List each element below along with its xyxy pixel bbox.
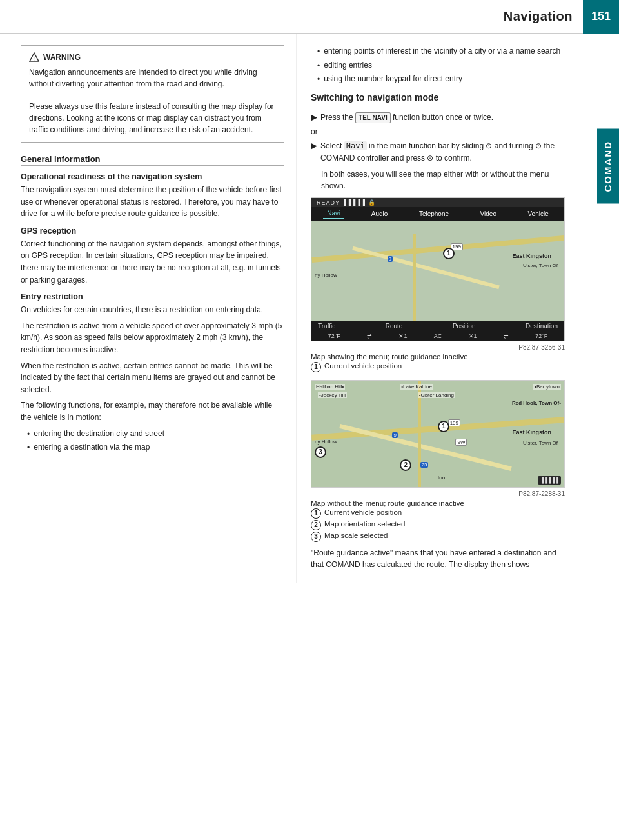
map1-traffic: Traffic: [318, 323, 335, 330]
right-bullet-list: • entering points of interest in the vic…: [317, 45, 565, 86]
circle-2: 2: [311, 520, 321, 530]
warning-icon: !: [29, 52, 39, 63]
map2-item2-text: Map orientation selected: [324, 520, 405, 528]
circle-3: 3: [311, 532, 321, 542]
map1-nav-bar: Navi Audio Telephone Video Vehicle: [311, 207, 564, 221]
map-nav-vehicle: Vehicle: [524, 209, 552, 219]
map1-item1: 1 Current vehicle position: [311, 362, 565, 372]
step1-text: Press the TEL NAVI function button once …: [320, 112, 493, 124]
warning-text2: Please always use this feature instead o…: [29, 95, 276, 135]
left-column: ! WARNING Navigation announcements are i…: [0, 34, 297, 583]
bullet-text: entering the destination city and street: [34, 428, 164, 440]
warning-text1: Navigation announcements are intended to…: [29, 66, 276, 90]
step1-item: ▶ Press the TEL NAVI function button onc…: [311, 112, 565, 124]
entry-text4: The following functions, for example, ma…: [21, 399, 284, 423]
map2-caption: Map without the menu; route guidance ina…: [311, 499, 565, 507]
map1-ref: P82.87-3256-31: [311, 344, 565, 351]
map1-sym2: ⇌: [504, 333, 509, 339]
map1-area: East Kingston Ulster, Town Of ny Hollow …: [311, 221, 564, 321]
map1-caption: Map showing the menu; route guidance ina…: [311, 353, 565, 361]
map-nav-telephone: Telephone: [415, 209, 453, 219]
map1-container: READY ▐▐▐▐▐ 🔒 Navi Audio Telephone Video…: [311, 197, 565, 341]
warning-box: ! WARNING Navigation announcements are i…: [21, 45, 284, 143]
map-nav-video: Video: [477, 209, 500, 219]
map1-position: Position: [453, 323, 476, 330]
warning-label: WARNING: [43, 53, 81, 62]
map2-ref: P82.87-2288-31: [311, 490, 565, 497]
map1-item1-text: Current vehicle position: [324, 362, 402, 370]
op-readiness-heading: Operational readiness of the navigation …: [21, 172, 284, 181]
map1-x1: ✕1: [398, 333, 407, 339]
side-tab-comand: COMAND: [597, 129, 619, 204]
map2-marker1: 1: [438, 421, 449, 432]
warning-title: ! WARNING: [29, 52, 276, 63]
list-item: • entering a destination via the map: [27, 441, 284, 454]
or-text: or: [311, 127, 565, 136]
arrow-symbol: ▶: [311, 140, 317, 152]
page-number: 151: [583, 0, 619, 34]
quote-text: "Route guidance active" means that you h…: [311, 547, 565, 571]
list-item: • entering the destination city and stre…: [27, 428, 284, 441]
step2-result: In both cases, you will see the map eith…: [321, 168, 565, 192]
map2-container: Halihan Hill• •Lake Katrine •Barrytown •…: [311, 380, 565, 488]
page-title: Navigation: [504, 9, 583, 24]
map1-temp1: 72°F: [328, 333, 340, 339]
map1-ready: READY ▐▐▐▐▐ 🔒: [317, 199, 376, 206]
map2-item1: 1 Current vehicle position: [311, 508, 565, 519]
gps-text: Correct functioning of the navigation sy…: [21, 238, 284, 286]
bullet-text: entering points of interest in the vicin…: [324, 45, 560, 57]
entry-restriction-heading: Entry restriction: [21, 292, 284, 301]
map1-toolbar: READY ▐▐▐▐▐ 🔒: [311, 198, 564, 207]
map1-bottom: Traffic Route Position Destination: [311, 321, 564, 332]
map2-marker3: 3: [315, 446, 326, 458]
bullet-dot: •: [317, 60, 320, 72]
map1-x2: ✕1: [469, 333, 477, 339]
left-bullet-list: • entering the destination city and stre…: [27, 428, 284, 454]
header-right: Navigation 151: [504, 0, 619, 34]
bullet-text: using the number keypad for direct entry: [324, 73, 462, 85]
map-nav-navi: Navi: [323, 208, 344, 219]
navi-label: Navi: [344, 141, 367, 150]
map2-item3: 3 Map scale selected: [311, 532, 565, 542]
map2-area: Halihan Hill• •Lake Katrine •Barrytown •…: [311, 381, 564, 487]
right-column: • entering points of interest in the vic…: [297, 34, 597, 583]
bullet-dot: •: [27, 428, 30, 441]
map2-item1-text: Current vehicle position: [324, 508, 402, 516]
entry-text3: When the restriction is active, certain …: [21, 360, 284, 396]
bullet-text: editing entries: [324, 59, 372, 72]
map2-item2: 2 Map orientation selected: [311, 520, 565, 530]
list-item: • using the number keypad for direct ent…: [317, 73, 565, 86]
map1-temp2: 72°F: [535, 333, 547, 339]
circle-1: 1: [311, 362, 321, 372]
switching-heading: Switching to navigation mode: [311, 92, 565, 105]
bullet-text: entering a destination via the map: [34, 441, 150, 454]
general-info-heading: General information: [21, 154, 284, 166]
op-readiness-text: The navigation system must determine the…: [21, 184, 284, 220]
header-bar: Navigation 151: [0, 0, 619, 34]
circle-1: 1: [311, 508, 321, 519]
map1-destination: Destination: [526, 323, 558, 330]
map1-ac: AC: [434, 333, 442, 339]
bullet-dot: •: [317, 74, 320, 86]
gps-heading: GPS reception: [21, 226, 284, 235]
map1-sym1: ⇌: [367, 333, 372, 339]
tel-navi-key: TEL NAVI: [355, 112, 391, 124]
entry-text1: On vehicles for certain countries, there…: [21, 304, 284, 316]
main-content: ! WARNING Navigation announcements are i…: [0, 34, 619, 583]
map-nav-audio: Audio: [368, 209, 392, 219]
list-item: • entering points of interest in the vic…: [317, 45, 565, 58]
map2-marker2: 2: [400, 459, 411, 471]
map1-route: Route: [386, 323, 403, 330]
bullet-dot: •: [317, 46, 320, 58]
svg-text:!: !: [33, 56, 35, 62]
map1-marker1: 1: [443, 248, 455, 259]
map2-item3-text: Map scale selected: [324, 532, 388, 539]
step2-item: ▶ Select Navi in the main function bar b…: [311, 140, 565, 164]
entry-text2: The restriction is active from a vehicle…: [21, 320, 284, 356]
bullet-dot: •: [27, 442, 30, 454]
list-item: • editing entries: [317, 59, 565, 72]
arrow-symbol: ▶: [311, 112, 317, 124]
step2-text: Select Navi in the main function bar by …: [320, 140, 565, 164]
